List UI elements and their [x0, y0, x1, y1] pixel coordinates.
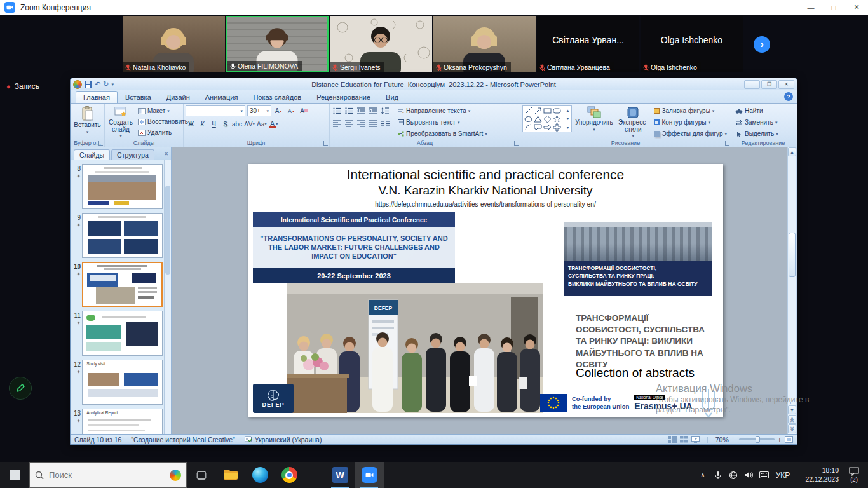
participant-video-tile[interactable]: Nataliia Kholiavko [123, 16, 225, 72]
panel-scrollbar[interactable] [164, 160, 171, 434]
transition-icon[interactable]: ✦ [76, 369, 81, 375]
align-left-button[interactable] [332, 118, 342, 128]
tab-insert[interactable]: Вставка [118, 91, 159, 103]
shrink-font-button[interactable]: А▼ [286, 106, 297, 116]
panel-close-icon[interactable]: ✕ [164, 151, 168, 157]
strikethrough-button[interactable]: abc [231, 119, 243, 129]
file-explorer-button[interactable] [216, 462, 245, 488]
shape-effects-button[interactable]: Эффекты для фигур▾ [652, 128, 729, 139]
align-text-button[interactable]: Выровнять текст▾ [396, 117, 489, 128]
text-direction-button[interactable]: Направление текста▾ [396, 105, 489, 116]
tab-review[interactable]: Рецензирование [309, 91, 378, 103]
select-button[interactable]: Выделить▾ [733, 128, 793, 139]
tray-keyboard-icon[interactable] [756, 471, 771, 478]
slide-8-thumbnail[interactable] [82, 164, 163, 209]
start-button[interactable] [0, 462, 29, 488]
shape-arrow-icon[interactable] [534, 107, 542, 115]
edge-button[interactable] [245, 462, 275, 488]
layout-button[interactable]: Макет▾ [136, 105, 190, 116]
shape-triangle-icon[interactable] [534, 115, 542, 123]
normal-view-icon[interactable] [668, 436, 677, 443]
tab-design[interactable]: Дизайн [159, 91, 198, 103]
slide-11-thumbnail[interactable] [82, 311, 163, 356]
participant-video-tile[interactable]: Oksana Prokopyshyn [433, 16, 536, 72]
fit-to-window-icon[interactable] [785, 436, 793, 443]
recording-indicator[interactable]: ● Запись [6, 82, 39, 91]
search-input[interactable] [49, 470, 165, 480]
character-spacing-button[interactable]: АV▾ [243, 119, 255, 129]
gallery-more-icon[interactable]: ▾ [567, 125, 569, 130]
qat-dropdown-icon[interactable]: ▾ [111, 82, 114, 87]
underline-button[interactable]: Ч [208, 119, 219, 129]
scroll-up-icon[interactable]: ▲ [566, 109, 569, 112]
taskbar-search-box[interactable] [29, 462, 187, 488]
shape-arc-icon[interactable] [524, 123, 532, 132]
transition-icon[interactable]: ✦ [76, 173, 81, 179]
font-size-combo[interactable]: 30+▾ [247, 105, 271, 116]
text-shadow-button[interactable]: S [220, 119, 231, 129]
scroll-up-button[interactable]: ▲ [788, 147, 796, 156]
tray-expand-chevron[interactable]: ∧ [695, 471, 710, 478]
transition-icon[interactable]: ✦ [76, 418, 81, 424]
bullets-button[interactable] [332, 105, 342, 116]
zoom-slider[interactable] [739, 438, 775, 440]
window-minimize-button[interactable]: — [799, 0, 822, 15]
tray-mic-icon[interactable] [710, 471, 726, 480]
shape-rounded-rectangle-icon[interactable] [553, 107, 561, 115]
language-indicator[interactable]: Украинский (Украина) [255, 436, 322, 444]
shape-callout-icon[interactable] [534, 123, 542, 132]
participant-video-tile[interactable]: Sergii Ivanets [330, 16, 432, 72]
slide-10-thumbnail-selected[interactable] [82, 262, 163, 307]
justify-button[interactable] [368, 118, 379, 128]
transition-icon[interactable]: ✦ [76, 271, 81, 277]
shapes-gallery[interactable]: ▲ ▼ ▾ [522, 105, 572, 132]
tray-volume-icon[interactable] [741, 471, 756, 479]
tab-slides[interactable]: Слайды [74, 149, 110, 160]
zoom-in-button[interactable]: + [778, 436, 782, 444]
quick-styles-button[interactable]: Экспресс-стили ▾ [616, 105, 650, 139]
slide-sorter-view-icon[interactable] [680, 436, 688, 443]
bold-button[interactable]: Ж [186, 119, 196, 129]
transition-icon[interactable]: ✦ [76, 320, 81, 326]
bing-highlights-icon[interactable] [170, 470, 181, 481]
shape-outline-button[interactable]: Контур фигуры▾ [652, 117, 729, 128]
tab-outline[interactable]: Структура [111, 149, 154, 160]
grow-font-button[interactable]: А▲ [273, 106, 284, 116]
align-center-button[interactable] [344, 118, 355, 128]
slide-canvas[interactable]: International scientific and practical c… [248, 164, 723, 417]
annotation-pencil-button[interactable] [9, 377, 32, 400]
language-switcher[interactable]: УКР [771, 471, 794, 480]
office-button[interactable] [73, 80, 82, 89]
dialog-launcher[interactable] [98, 141, 103, 146]
paste-button[interactable]: Вставить ▾ [72, 105, 102, 135]
spellcheck-icon[interactable] [245, 436, 252, 443]
word-button[interactable]: W [325, 462, 355, 488]
shape-oval-icon[interactable] [524, 115, 532, 123]
change-case-button[interactable]: Аа▾ [256, 119, 268, 129]
scrollbar-thumb[interactable] [789, 233, 796, 277]
transition-icon[interactable]: ✦ [76, 222, 81, 228]
redo-icon[interactable]: ↻ [103, 81, 109, 88]
decrease-indent-button[interactable] [356, 105, 367, 116]
tab-home[interactable]: Главная [76, 91, 118, 103]
zoom-app-button[interactable] [355, 462, 384, 488]
next-slide-button[interactable]: ≫ [788, 424, 796, 433]
shape-fill-button[interactable]: Заливка фигуры▾ [652, 105, 729, 116]
align-right-button[interactable] [356, 118, 367, 128]
scroll-down-icon[interactable]: ▼ [566, 117, 569, 121]
smartart-button[interactable]: Преобразовать в SmartArt▾ [396, 128, 489, 139]
replace-button[interactable]: Заменить▾ [733, 117, 793, 128]
slide-13-thumbnail[interactable]: Analytical Report [82, 409, 163, 434]
font-color-button[interactable]: А▾ [268, 119, 279, 129]
italic-button[interactable]: К [197, 119, 208, 129]
participant-video-tile[interactable]: Olga Ishchenko Olga Ishchenko [641, 16, 743, 72]
font-name-combo[interactable]: ▾ [186, 105, 245, 116]
shape-diamond-icon[interactable] [543, 115, 552, 123]
save-icon[interactable] [85, 81, 92, 88]
columns-button[interactable] [380, 118, 391, 128]
reset-button[interactable]: Восстановить [136, 116, 190, 127]
ppt-minimize-button[interactable]: — [744, 80, 760, 89]
dialog-launcher[interactable] [323, 141, 328, 146]
action-center-button[interactable]: (2) [840, 467, 868, 483]
slide-12-thumbnail[interactable]: Study visit [82, 360, 163, 405]
